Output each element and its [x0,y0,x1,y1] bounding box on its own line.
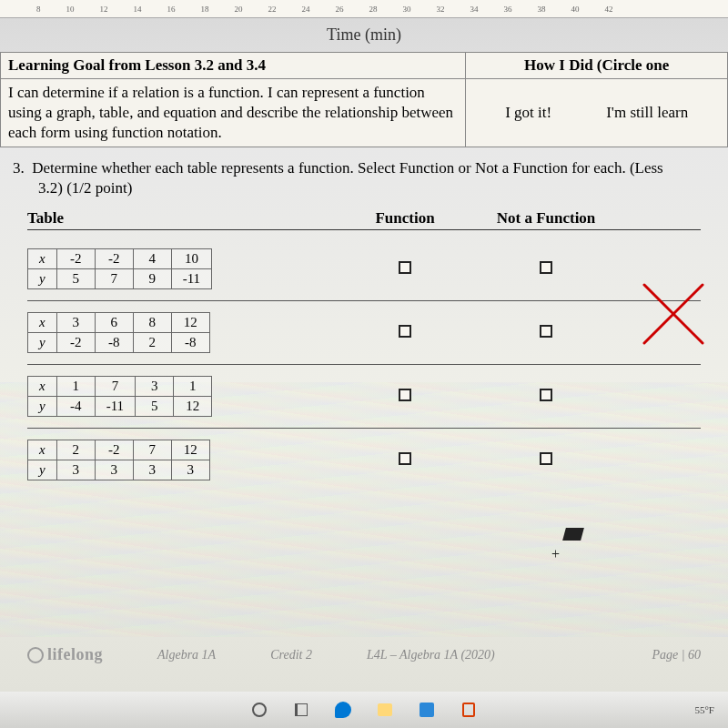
checkbox-function-3[interactable] [399,389,411,401]
footer-course: Algebra 1A [157,648,216,662]
col-header-notfunction: Not a Function [473,209,619,228]
search-icon[interactable] [249,700,269,720]
eraser-icon[interactable] [562,528,584,541]
goal-body: I can determine if a relation is a funct… [1,79,466,147]
col-header-table: Table [27,209,337,228]
office-icon[interactable] [459,700,479,720]
checkbox-notfunction-4[interactable] [540,452,552,465]
store-icon[interactable] [417,700,437,720]
file-explorer-icon[interactable] [375,700,395,720]
checkbox-notfunction-3[interactable] [540,389,552,401]
brand-name: lifelong [47,645,103,664]
edge-icon[interactable] [333,700,353,720]
data-table-2: x36812 y-2-82-8 [27,312,210,353]
axis-label: Time (min) [0,18,728,52]
checkbox-notfunction-2[interactable] [540,325,552,338]
question-3: 3. Determine whether each table represen… [0,147,728,209]
footer-credit: Credit 2 [270,648,312,662]
data-table-1: x-2-2410 y579-11 [27,248,212,289]
page-footer: lifelong Algebra 1A Credit 2 L4L – Algeb… [0,645,728,664]
goal-options[interactable]: I got it!I'm still learn [466,79,728,147]
table-row: x1731 y-4-11512 [27,365,701,429]
top-ruler: 81012141618202224262830323436384042 [0,0,728,18]
col-header-function: Function [337,209,473,228]
windows-taskbar[interactable]: 55°F [0,692,728,728]
system-tray-weather[interactable]: 55°F [694,704,714,715]
task-view-icon[interactable] [291,700,311,720]
data-table-4: x2-2712 y3333 [27,440,210,480]
footer-page: Page | 60 [652,648,701,662]
goal-header-right: How I Did (Circle one [466,53,728,79]
learning-goal-table: Learning Goal from Lesson 3.2 and 3.4 Ho… [0,52,728,147]
table-row: x-2-2410 y579-11 [27,238,701,301]
checkbox-function-2[interactable] [399,325,411,338]
table-row: x2-2712 y3333 [27,429,701,491]
checkbox-function-4[interactable] [399,452,411,465]
data-table-3: x1731 y-4-11512 [27,376,212,417]
worksheet: Table Function Not a Function x-2-2410 y… [0,209,728,491]
goal-header-left: Learning Goal from Lesson 3.2 and 3.4 [1,53,466,79]
footer-code: L4L – Algebra 1A (2020) [367,648,495,662]
brand-icon [27,647,44,663]
checkbox-function-1[interactable] [399,261,411,274]
plus-icon[interactable]: + [551,546,560,562]
grading-x-mark [637,278,710,350]
checkbox-notfunction-1[interactable] [540,261,552,274]
table-row: x36812 y-2-82-8 [27,301,701,365]
